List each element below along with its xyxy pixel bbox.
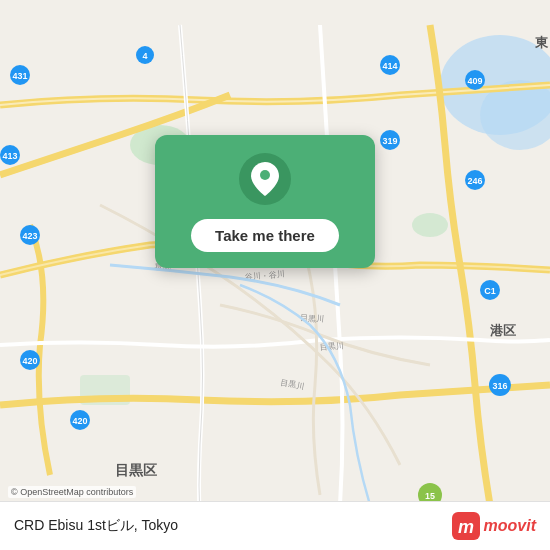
svg-text:目黒川: 目黒川 [280, 378, 305, 391]
svg-text:431: 431 [12, 71, 27, 81]
map-attribution: © OpenStreetMap contributors [8, 486, 136, 498]
svg-text:246: 246 [467, 176, 482, 186]
location-name: CRD Ebisu 1stビル, Tokyo [14, 517, 178, 535]
svg-text:413: 413 [2, 151, 17, 161]
moovit-logo[interactable]: m moovit [452, 512, 536, 540]
svg-text:東: 東 [535, 35, 549, 50]
svg-point-41 [260, 170, 270, 180]
action-card: Take me there [155, 135, 375, 268]
svg-text:C1: C1 [484, 286, 496, 296]
svg-text:m: m [458, 517, 474, 537]
take-me-there-button[interactable]: Take me there [191, 219, 339, 252]
moovit-brand-icon: m [452, 512, 480, 540]
bottom-bar: CRD Ebisu 1stビル, Tokyo m moovit [0, 501, 550, 550]
svg-text:316: 316 [492, 381, 507, 391]
svg-text:目黒区: 目黒区 [115, 462, 157, 478]
svg-text:港区: 港区 [490, 323, 516, 338]
map-container: 480 316 C1 414 319 246 409 413 423 420 4… [0, 0, 550, 550]
svg-text:4: 4 [142, 51, 147, 61]
svg-text:15: 15 [425, 491, 435, 501]
svg-text:409: 409 [467, 76, 482, 86]
svg-text:414: 414 [382, 61, 397, 71]
svg-text:319: 319 [382, 136, 397, 146]
location-icon-wrapper [239, 153, 291, 205]
moovit-brand-text: moovit [484, 517, 536, 535]
svg-text:423: 423 [22, 231, 37, 241]
svg-text:420: 420 [22, 356, 37, 366]
svg-text:420: 420 [72, 416, 87, 426]
map-svg: 480 316 C1 414 319 246 409 413 423 420 4… [0, 0, 550, 550]
svg-point-3 [412, 213, 448, 237]
location-pin-icon [251, 162, 279, 196]
